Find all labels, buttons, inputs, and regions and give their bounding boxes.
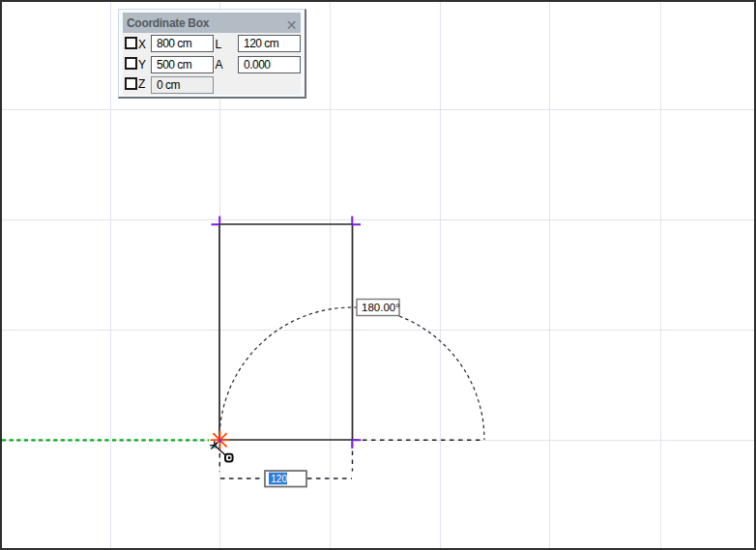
svg-text:120: 120 xyxy=(271,474,287,484)
svg-text:180.00°: 180.00° xyxy=(362,302,400,313)
